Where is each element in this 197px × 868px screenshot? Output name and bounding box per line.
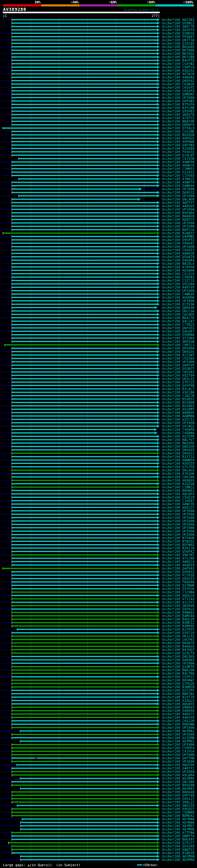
- alignment-bar[interactable]: [12, 198, 138, 200]
- alignment-bar[interactable]: [12, 50, 157, 51]
- alignment-bar[interactable]: [12, 524, 157, 525]
- alignment-bar[interactable]: [12, 517, 157, 518]
- alignment-bar[interactable]: [12, 168, 157, 169]
- alignment-bar[interactable]: [12, 249, 157, 251]
- alignment-bar[interactable]: [12, 243, 157, 244]
- alignment-bar[interactable]: [12, 63, 157, 64]
- alignment-bar[interactable]: [12, 693, 157, 694]
- alignment-bar[interactable]: [12, 145, 157, 146]
- alignment-bar[interactable]: [12, 212, 157, 213]
- alignment-bar[interactable]: [12, 510, 157, 512]
- alignment-bar[interactable]: [12, 188, 139, 190]
- alignment-bar[interactable]: [12, 744, 157, 745]
- alignment-bar[interactable]: [20, 741, 157, 742]
- alignment-bar[interactable]: [12, 449, 157, 451]
- alignment-bar[interactable]: [12, 104, 157, 105]
- alignment-bar[interactable]: [12, 432, 155, 434]
- alignment-bar[interactable]: [12, 381, 157, 383]
- alignment-bar[interactable]: [12, 849, 157, 850]
- alignment-bar[interactable]: [12, 307, 155, 308]
- alignment-bar[interactable]: [12, 226, 157, 227]
- alignment-bar[interactable]: [12, 700, 157, 701]
- alignment-bar[interactable]: [12, 392, 157, 393]
- alignment-bar[interactable]: [12, 703, 157, 705]
- alignment-bar[interactable]: [12, 717, 157, 718]
- alignment-bar[interactable]: [12, 612, 157, 613]
- alignment-bar[interactable]: [12, 808, 157, 809]
- alignment-bar[interactable]: [12, 310, 157, 312]
- alignment-bar[interactable]: [12, 354, 157, 355]
- alignment-bar[interactable]: [17, 805, 157, 806]
- alignment-bar[interactable]: [12, 202, 157, 203]
- alignment-bar[interactable]: [12, 206, 157, 207]
- alignment-bar[interactable]: [12, 774, 157, 776]
- alignment-bar[interactable]: [12, 446, 157, 447]
- alignment-bar[interactable]: [12, 134, 157, 135]
- alignment-bar[interactable]: [22, 818, 157, 820]
- alignment-bar[interactable]: [12, 273, 157, 274]
- alignment-bar[interactable]: [12, 619, 157, 620]
- alignment-bar[interactable]: [12, 117, 157, 119]
- alignment-bar[interactable]: [12, 253, 157, 254]
- alignment-bar[interactable]: [12, 97, 157, 98]
- alignment-bar[interactable]: [12, 459, 157, 461]
- alignment-bar[interactable]: [12, 111, 157, 112]
- alignment-bar[interactable]: [19, 178, 157, 180]
- alignment-bar[interactable]: [12, 476, 157, 477]
- alignment-bar[interactable]: [12, 436, 157, 437]
- alignment-bar[interactable]: [12, 236, 157, 237]
- alignment-bar[interactable]: [12, 534, 157, 535]
- alignment-bar[interactable]: [12, 280, 157, 281]
- alignment-bar[interactable]: [12, 290, 157, 291]
- alignment-bar[interactable]: [12, 320, 157, 322]
- alignment-bar[interactable]: [12, 23, 157, 24]
- alignment-bar[interactable]: [12, 615, 157, 616]
- alignment-bar[interactable]: [12, 466, 157, 467]
- alignment-bar[interactable]: [21, 788, 157, 789]
- alignment-bar[interactable]: [12, 358, 157, 359]
- alignment-bar[interactable]: [12, 293, 157, 295]
- alignment-bar[interactable]: [12, 351, 157, 352]
- alignment-bar[interactable]: [12, 609, 157, 610]
- alignment-bar[interactable]: [12, 649, 157, 650]
- alignment-bar[interactable]: [12, 537, 157, 538]
- alignment-bar[interactable]: [12, 605, 157, 606]
- alignment-bar[interactable]: [12, 554, 157, 555]
- alignment-bar[interactable]: [12, 713, 157, 715]
- alignment-bar[interactable]: [12, 283, 157, 284]
- alignment-bar[interactable]: [12, 656, 157, 657]
- alignment-bar[interactable]: [12, 602, 157, 603]
- alignment-bar[interactable]: [12, 402, 157, 403]
- alignment-bar[interactable]: [12, 26, 157, 27]
- alignment-bar[interactable]: [12, 368, 157, 369]
- alignment-bar[interactable]: [12, 148, 157, 149]
- alignment-bar[interactable]: [12, 327, 157, 329]
- alignment-bar[interactable]: [12, 73, 157, 74]
- alignment-bar[interactable]: [12, 548, 157, 549]
- alignment-bar[interactable]: [12, 229, 157, 230]
- alignment-bar[interactable]: [12, 304, 157, 305]
- alignment-bar[interactable]: [12, 341, 157, 342]
- alignment-bar[interactable]: [12, 246, 157, 247]
- alignment-bar[interactable]: [12, 314, 157, 315]
- alignment-bar[interactable]: [12, 155, 157, 156]
- alignment-bar[interactable]: [12, 686, 157, 688]
- alignment-bar[interactable]: [12, 219, 157, 220]
- alignment-bar[interactable]: [12, 456, 157, 457]
- alignment-bar[interactable]: [12, 53, 157, 54]
- alignment-bar[interactable]: [19, 195, 157, 196]
- alignment-bar[interactable]: [12, 632, 157, 633]
- alignment-bar[interactable]: [17, 764, 157, 766]
- alignment-bar[interactable]: [12, 680, 157, 681]
- alignment-bar[interactable]: [12, 595, 157, 596]
- alignment-bar[interactable]: [12, 473, 157, 474]
- alignment-bar[interactable]: [12, 666, 157, 667]
- alignment-bar[interactable]: [12, 375, 157, 376]
- alignment-bar[interactable]: [21, 822, 157, 823]
- alignment-bar[interactable]: [12, 185, 157, 186]
- alignment-bar[interactable]: [12, 405, 157, 406]
- alignment-bar[interactable]: [12, 453, 157, 454]
- alignment-bar[interactable]: [12, 141, 157, 142]
- alignment-bar[interactable]: [12, 791, 157, 793]
- alignment-bar[interactable]: [12, 815, 157, 816]
